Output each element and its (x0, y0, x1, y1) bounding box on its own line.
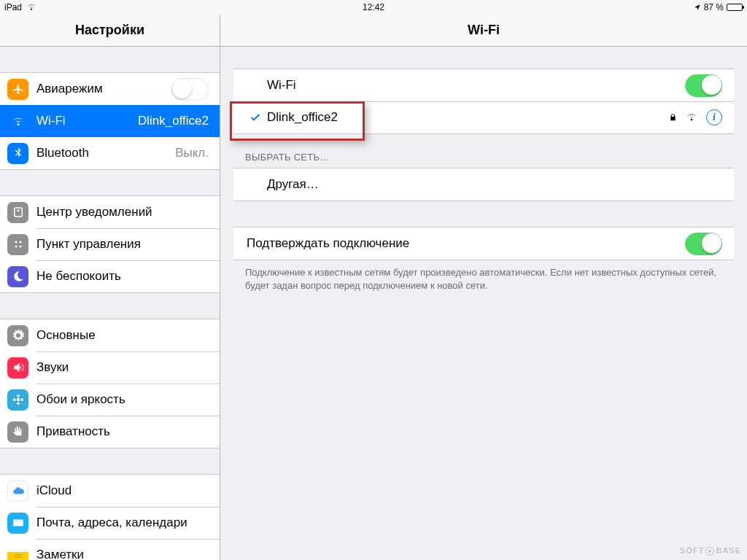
sidebar-item-value: Dlink_office2 (138, 114, 209, 128)
flower-icon (7, 389, 28, 411)
wifi-signal-icon (686, 113, 697, 122)
sidebar-item-dnd[interactable]: Не беспокоить (0, 260, 220, 292)
title-row: Настройки Wi-Fi (0, 15, 747, 47)
svg-point-1 (17, 209, 19, 211)
choose-network-header: ВЫБРАТЬ СЕТЬ… (233, 134, 734, 168)
sidebar-item-label: Авиарежим (36, 82, 171, 96)
connected-network-row[interactable]: Dlink_office2 i (233, 101, 734, 133)
sidebar-item-notifications[interactable]: Центр уведомлений (0, 196, 220, 228)
gear-icon (7, 325, 28, 346)
sidebar-item-privacy[interactable]: Приватность (0, 416, 220, 448)
sidebar-group: iCloud Почта, адреса, календари Заметки (0, 474, 220, 560)
svg-point-10 (20, 398, 23, 401)
moon-icon (7, 266, 28, 287)
status-right: 87 % (694, 2, 747, 12)
sidebar-item-label: Обои и яркость (36, 392, 209, 407)
main: Авиарежим Wi-Fi Dlink_office2 Bluetooth … (0, 47, 747, 560)
sidebar-item-sounds[interactable]: Звуки (0, 351, 220, 384)
sidebar-item-label: Звуки (36, 360, 209, 375)
ask-label: Подтверждать подключение (247, 236, 685, 251)
sidebar-item-label: iCloud (36, 483, 209, 498)
controlcenter-icon (7, 234, 28, 255)
sidebar-item-bluetooth[interactable]: Bluetooth Выкл. (0, 137, 220, 169)
wifi-icon (7, 111, 28, 132)
sidebar-title: Настройки (0, 15, 220, 46)
sidebar-item-mail[interactable]: Почта, адреса, календари (0, 507, 220, 539)
notifications-icon (7, 202, 28, 223)
sidebar-group: Авиарежим Wi-Fi Dlink_office2 Bluetooth … (0, 72, 220, 170)
connected-network-name: Dlink_office2 (267, 110, 669, 125)
status-time: 12:42 (0, 2, 747, 12)
sidebar-item-value: Выкл. (175, 146, 209, 160)
battery-pct: 87 % (704, 2, 724, 12)
sidebar-item-wifi[interactable]: Wi-Fi Dlink_office2 (0, 105, 220, 137)
cloud-icon (7, 481, 28, 502)
sidebar: Авиарежим Wi-Fi Dlink_office2 Bluetooth … (0, 47, 220, 560)
sidebar-item-wallpaper[interactable]: Обои и яркость (0, 384, 220, 416)
lock-icon (669, 112, 677, 122)
sidebar-item-airplane[interactable]: Авиарежим (0, 73, 220, 105)
other-network-label: Другая… (267, 177, 722, 192)
sidebar-item-label: Bluetooth (36, 146, 169, 160)
sidebar-item-general[interactable]: Основные (0, 319, 220, 351)
watermark: SOFTBASE (680, 546, 741, 556)
sidebar-item-label: Не беспокоить (36, 269, 209, 284)
sidebar-item-icloud[interactable]: iCloud (0, 475, 220, 507)
svg-point-7 (17, 394, 20, 397)
speaker-icon (7, 357, 28, 378)
ask-to-join-row[interactable]: Подтверждать подключение (233, 228, 734, 260)
sidebar-item-label: Wi-Fi (36, 114, 132, 128)
svg-rect-0 (14, 208, 22, 217)
svg-rect-11 (14, 554, 22, 555)
hand-icon (7, 421, 28, 443)
sidebar-item-label: Почта, адреса, календари (36, 516, 209, 530)
wifi-toggle[interactable] (685, 74, 722, 97)
wifi-label: Wi-Fi (267, 78, 685, 93)
airplane-icon (7, 79, 28, 100)
svg-rect-12 (14, 556, 22, 557)
mail-icon (7, 513, 28, 534)
wifi-toggle-row[interactable]: Wi-Fi (233, 69, 734, 101)
svg-point-3 (19, 241, 21, 244)
choose-network-group: Другая… (233, 168, 734, 201)
sidebar-item-label: Основные (36, 328, 209, 343)
other-network-row[interactable]: Другая… (233, 168, 734, 201)
status-bar: iPad 12:42 87 % (0, 0, 747, 15)
svg-point-8 (17, 402, 20, 405)
sidebar-item-label: Пункт управления (36, 237, 209, 252)
notes-icon (7, 545, 28, 561)
battery-icon (727, 4, 743, 11)
sidebar-group: Центр уведомлений Пункт управления Не бе… (0, 195, 220, 293)
sidebar-group: Основные Звуки Обои и яркость Приватност… (0, 319, 220, 448)
sidebar-item-notes[interactable]: Заметки (0, 539, 220, 560)
device-label: iPad (4, 2, 22, 12)
detail-pane: Wi-Fi Dlink_office2 i (220, 47, 747, 560)
svg-point-6 (16, 398, 20, 402)
sidebar-item-label: Центр уведомлений (36, 205, 209, 219)
svg-point-2 (15, 241, 17, 244)
sidebar-item-label: Заметки (36, 548, 209, 560)
svg-point-9 (12, 398, 15, 401)
sidebar-item-controlcenter[interactable]: Пункт управления (0, 228, 220, 260)
check-icon (245, 112, 266, 123)
ask-group: Подтверждать подключение (233, 227, 734, 260)
svg-point-5 (19, 246, 21, 248)
location-icon (694, 4, 701, 11)
ask-toggle[interactable] (685, 233, 722, 255)
sidebar-item-label: Приватность (36, 424, 209, 439)
detail-title: Wi-Fi (220, 15, 747, 46)
status-left: iPad (0, 2, 36, 12)
bluetooth-icon (7, 143, 28, 164)
svg-point-4 (15, 246, 17, 248)
wifi-status-icon (26, 4, 36, 11)
ask-footer: Подключение к известным сетям будет прои… (233, 260, 734, 292)
info-button[interactable]: i (706, 109, 722, 125)
wifi-main-group: Wi-Fi Dlink_office2 i (233, 69, 734, 134)
airplane-toggle[interactable] (171, 78, 209, 101)
